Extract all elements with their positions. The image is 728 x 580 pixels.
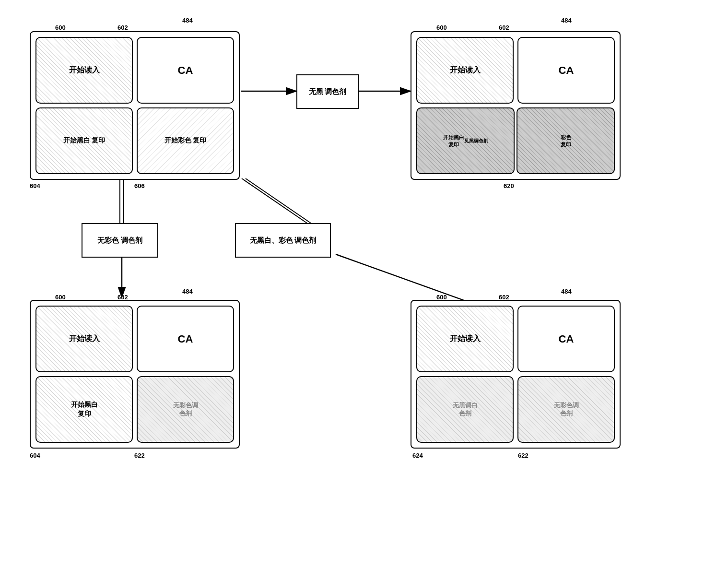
btn-color-copy-tl[interactable]: 开始彩色 复印	[137, 107, 234, 174]
label-602-bl: 602	[117, 294, 128, 301]
label-606-tl: 606	[134, 182, 145, 189]
process-no-color: 无彩色 调色剂	[82, 223, 158, 258]
panel-top-right: 开始读入 CA 开始黑白复印见黑调色剂 彩色复印	[411, 31, 621, 180]
label-484-br: 484	[561, 288, 572, 295]
label-604-tl: 604	[30, 182, 40, 189]
label-600-br: 600	[436, 294, 447, 301]
btn-start-read-tl[interactable]: 开始读入	[35, 37, 133, 104]
label-600-bl: 600	[55, 294, 66, 301]
process-no-both: 无黑白、彩色 调色剂	[235, 223, 331, 258]
process-no-black: 无黑 调色剂	[296, 74, 359, 109]
label-620-tr: 620	[504, 182, 514, 189]
label-602-br: 602	[499, 294, 509, 301]
btn-ca-tl[interactable]: CA	[137, 37, 234, 104]
btn-nocolor-br[interactable]: 无彩色调色剂	[517, 376, 615, 443]
btn-ca-br[interactable]: CA	[517, 306, 615, 372]
btn-start-read-br[interactable]: 开始读入	[416, 306, 514, 372]
label-484-tr: 484	[561, 17, 572, 24]
label-600-tr: 600	[436, 24, 447, 31]
btn-start-read-bl[interactable]: 开始读入	[35, 306, 133, 372]
label-624-br: 624	[412, 452, 423, 459]
btn-nobw-br[interactable]: 无黑调白色剂	[416, 376, 514, 443]
btn-ca-tr[interactable]: CA	[517, 37, 615, 104]
svg-line-8	[246, 178, 311, 223]
btn-bw-copy-bl[interactable]: 开始黑白复印	[35, 376, 133, 443]
label-602-tr: 602	[499, 24, 509, 31]
label-484-tl: 484	[182, 17, 193, 24]
label-604-bl: 604	[30, 452, 40, 459]
label-622-br: 622	[518, 452, 528, 459]
label-602-tl: 602	[117, 24, 128, 31]
btn-start-read-tr[interactable]: 开始读入	[416, 37, 514, 104]
panel-bottom-right: 开始读入 CA 无黑调白色剂 无彩色调色剂	[411, 300, 621, 449]
label-622-bl: 622	[134, 452, 145, 459]
label-484-bl: 484	[182, 288, 193, 295]
label-600-tl: 600	[55, 24, 66, 31]
panel-bottom-left: 开始读入 CA 开始黑白复印 无彩色调色剂	[30, 300, 240, 449]
panel-top-left: 开始读入 CA 开始黑白 复印 开始彩色 复印	[30, 31, 240, 180]
btn-nocolor-bl[interactable]: 无彩色调色剂	[137, 376, 234, 443]
btn-bw-copy-tl[interactable]: 开始黑白 复印	[35, 107, 133, 174]
svg-line-7	[242, 178, 307, 223]
btn-ca-bl[interactable]: CA	[137, 306, 234, 372]
